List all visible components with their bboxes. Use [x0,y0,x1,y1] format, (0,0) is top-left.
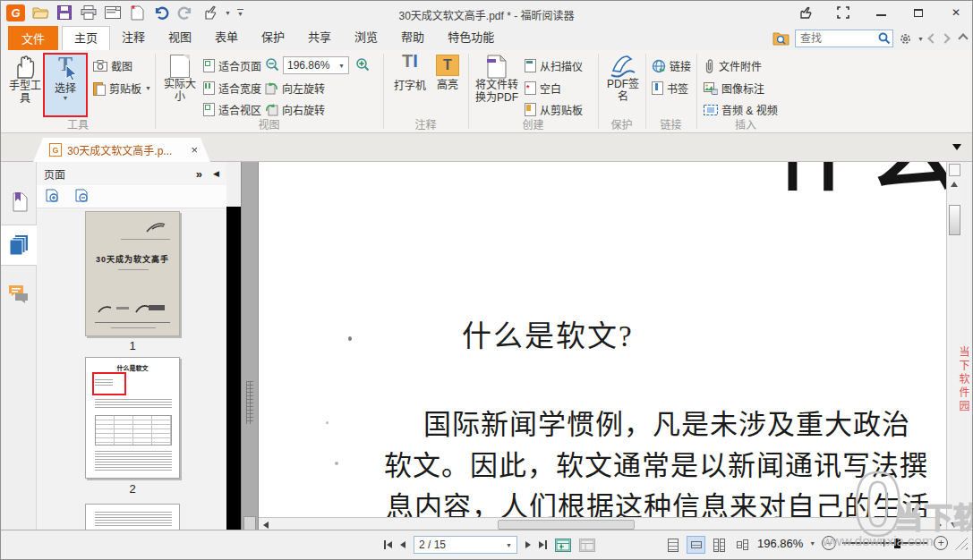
zoom-controls: 196.86% ▼ − + [757,536,968,550]
reduce-thumbnails-icon[interactable] [75,189,90,204]
find-previous-icon[interactable] [927,33,937,43]
rotate-right-button[interactable]: 向右旋转 [265,102,325,117]
document-tab-close-icon[interactable]: × [191,143,198,157]
tab-home[interactable]: 主页 [62,26,110,50]
scroll-down-icon[interactable] [951,522,958,528]
scroll-left-icon[interactable] [263,522,269,529]
next-view-icon[interactable] [579,539,595,552]
scroll-right-icon[interactable] [936,522,942,529]
cover-title: 30天成为软文高手 [86,253,179,265]
document-page[interactable]: 什么 什么是软文? 国际新闻学惯例，凡是未涉及重大政治 软文。因此，软文通常是以… [259,162,946,531]
resize-grip[interactable] [954,537,968,550]
file-attachment-button[interactable]: 文件附件 [704,58,762,73]
bookmark-button[interactable]: 书签 [652,81,688,96]
highlight-icon: T [436,55,459,76]
panel-collapse-icon[interactable]: ◀ [213,169,219,178]
page-thumbnail-2[interactable]: 什么是软文 [85,357,180,479]
zoom-out-icon[interactable] [265,57,280,72]
close-button[interactable]: ✕ [949,5,963,20]
comments-panel-icon[interactable] [1,274,37,315]
file-menu-button[interactable]: 文件 [8,26,58,50]
fullscreen-icon[interactable] [836,5,850,20]
scroll-up-icon[interactable] [951,182,958,187]
first-page-button[interactable] [384,540,392,549]
tab-features[interactable]: 特色功能 [436,26,506,50]
from-scanner-label: 从扫描仪 [540,58,583,73]
find-next-icon[interactable] [940,33,950,43]
page-number-1: 1 [85,339,180,352]
snapshot-button[interactable]: 截图 [93,58,132,73]
pdf-sign-button[interactable]: PDF签名 [602,55,644,103]
next-page-button[interactable] [525,541,531,548]
horizontal-scroll-thumb[interactable] [498,520,635,530]
convert-to-pdf-button[interactable]: 将文件转换为PDF [474,55,519,104]
select-dropdown[interactable]: ▼ [63,95,69,101]
tab-browse[interactable]: 浏览 [343,26,389,50]
previous-page-button[interactable] [400,541,405,548]
fit-page-button[interactable]: 适合页面 [203,58,261,73]
last-page-button[interactable] [539,540,547,549]
rotate-left-button[interactable]: 向左旋转 [265,81,325,96]
continuous-facing-layout-icon[interactable] [733,536,752,554]
panel-splitter[interactable] [241,162,259,531]
continuous-layout-icon[interactable] [687,536,705,554]
fit-width-button[interactable]: 适合宽度 [203,81,261,96]
page-navigation: 2 / 15 ▼ [384,536,595,554]
vertical-scroll-thumb[interactable] [949,205,960,235]
panel-expand-icon[interactable]: » [196,167,202,181]
page-number-combo[interactable]: 2 / 15 ▼ [414,536,517,554]
page-thumbnail-1[interactable]: 30天成为软文高手 [85,211,180,336]
from-scanner-button[interactable]: 从扫描仪 [525,58,583,73]
tab-form[interactable]: 表单 [203,26,250,50]
hide-toolbar-icon[interactable] [952,144,961,150]
zoom-slider[interactable] [842,536,927,550]
audio-video-button[interactable]: 音频 & 视频 [704,102,778,117]
fit-area-button[interactable]: 适合视区 [203,102,261,117]
page-combo-caret: ▼ [506,542,512,548]
zoom-slider-thumb[interactable] [894,539,900,548]
gear-dropdown[interactable]: ▼ [918,36,924,42]
share-hand-icon[interactable] [798,5,813,20]
tab-view[interactable]: 视图 [157,26,203,50]
search-folder-icon[interactable] [772,31,789,46]
single-page-layout-icon[interactable] [663,536,682,554]
navigation-icon-strip [1,162,37,531]
collapse-ribbon-icon[interactable] [958,33,968,43]
vertical-scrollbar[interactable] [946,162,962,531]
gear-icon[interactable] [899,32,912,46]
zoom-in-icon[interactable] [355,57,371,72]
minimize-button[interactable] [874,5,888,20]
image-annotation-button[interactable]: 图像标注 [704,81,764,96]
zoom-out-button[interactable]: − [822,536,836,550]
typewriter-button[interactable]: TI 打字机 [392,55,428,92]
restore-button[interactable] [911,5,926,20]
pages-panel-icon[interactable] [1,225,37,266]
facing-layout-icon[interactable] [710,536,729,554]
page-thumbnail-3[interactable] [85,504,180,530]
fit-area-label: 适合视区 [218,102,261,117]
clipboard-dropdown[interactable]: ▼ [145,85,151,91]
zoom-in-button[interactable]: + [934,536,948,550]
document-tab[interactable]: G 30天成文软文高手.p... × [33,138,210,162]
bookmarks-panel-icon[interactable] [1,182,37,223]
select-tool-button[interactable]: T 选择 ▼ [43,53,88,117]
statusbar-zoom-caret[interactable]: ▼ [809,540,815,547]
tab-comment[interactable]: 注释 [110,26,157,50]
highlight-button[interactable]: T 高亮 [430,55,465,91]
search-icon[interactable] [878,32,891,45]
from-clipboard-button[interactable]: 从剪贴板 [525,102,583,117]
thumbnail-toolbar [37,185,226,208]
scroll-top-box[interactable] [949,164,960,176]
clipboard-button[interactable]: 剪贴板 ▼ [93,81,151,96]
previous-view-icon[interactable] [555,539,571,552]
tab-protect[interactable]: 保护 [250,26,296,50]
tab-help[interactable]: 帮助 [389,26,436,50]
hand-tool-button[interactable]: 手型工具 [6,55,44,105]
enlarge-thumbnails-icon[interactable] [46,189,61,204]
tab-share[interactable]: 共享 [296,26,343,50]
link-button[interactable]: 链接 [652,58,691,73]
blank-page-button[interactable]: * 空白 [525,81,561,96]
zoom-level-combo[interactable]: 196.86% ▼ [283,56,349,74]
actual-size-button[interactable]: 实际大小 [161,55,199,103]
page-number-value: 2 / 15 [419,539,446,551]
